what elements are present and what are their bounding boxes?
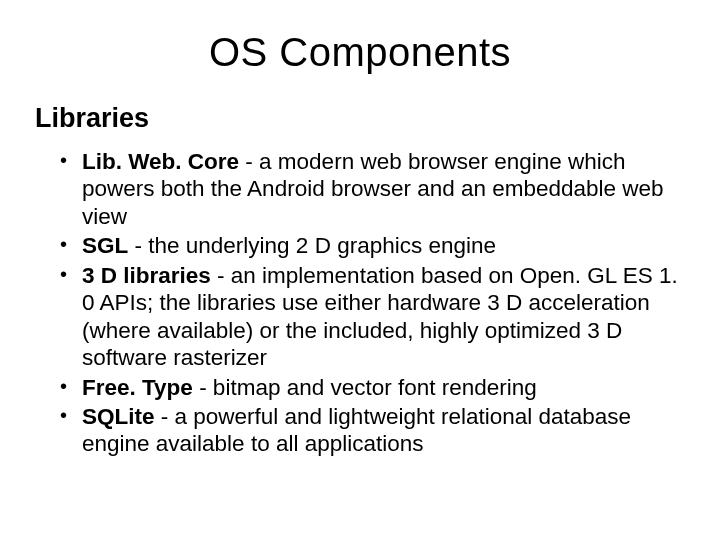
list-item: Free. Type - bitmap and vector font rend… <box>60 374 680 401</box>
bullet-term: SGL <box>82 233 128 258</box>
bullet-term: Lib. Web. Core <box>82 149 239 174</box>
bullet-term: 3 D libraries <box>82 263 211 288</box>
slide-subtitle: Libraries <box>35 103 680 134</box>
bullet-list: Lib. Web. Core - a modern web browser en… <box>40 148 680 458</box>
bullet-desc: - bitmap and vector font rendering <box>193 375 537 400</box>
bullet-desc: - a powerful and lightweight relational … <box>82 404 631 456</box>
list-item: 3 D libraries - an implementation based … <box>60 262 680 372</box>
bullet-term: Free. Type <box>82 375 193 400</box>
slide-title: OS Components <box>40 30 680 75</box>
list-item: SQLite - a powerful and lightweight rela… <box>60 403 680 458</box>
list-item: SGL - the underlying 2 D graphics engine <box>60 232 680 259</box>
list-item: Lib. Web. Core - a modern web browser en… <box>60 148 680 230</box>
bullet-desc: - the underlying 2 D graphics engine <box>128 233 496 258</box>
bullet-term: SQLite <box>82 404 155 429</box>
